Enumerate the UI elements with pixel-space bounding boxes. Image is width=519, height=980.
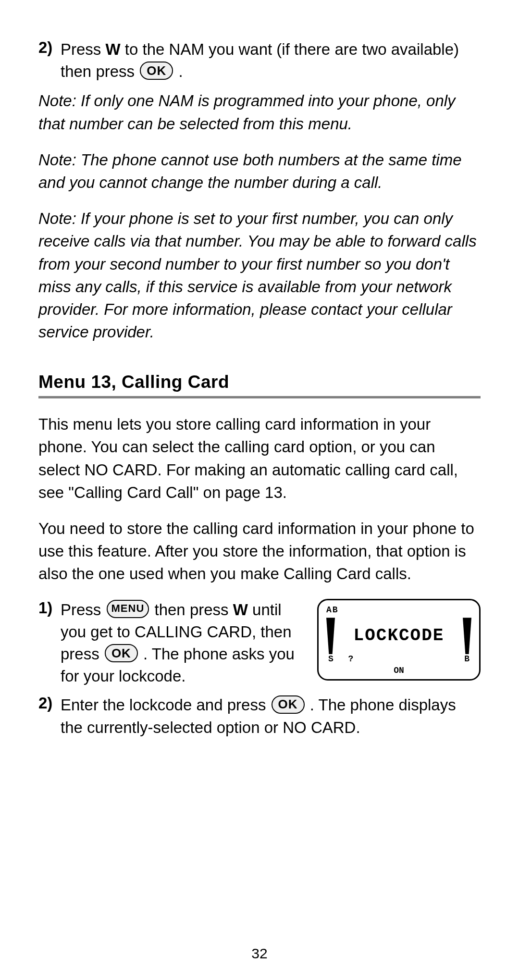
text: to the NAM you want (if there are two av… [61, 40, 459, 80]
key-w-ref: W [106, 40, 121, 58]
lcd-ab-label: AB [326, 604, 471, 616]
note-1: Note: If only one NAM is programmed into… [38, 89, 481, 135]
step-2-nam: 2) Press W to the NAM you want (if there… [38, 38, 481, 83]
menu-key-icon: MENU [107, 600, 149, 618]
step-body: Enter the lockcode and press OK . The ph… [61, 694, 481, 738]
step-2-calling-card: 2) Enter the lockcode and press OK . The… [38, 694, 481, 738]
phone-lcd-icon: AB LOCKCODE S ? B ON [317, 599, 481, 681]
ok-key-icon: OK [140, 62, 173, 80]
signal-bar-icon [326, 618, 335, 654]
text: . [356, 719, 360, 736]
text: Press [61, 601, 106, 619]
section-heading: Menu 13, Calling Card [38, 372, 481, 392]
lcd-main-text: LOCKCODE [354, 624, 445, 648]
no-card-text: NO CARD [84, 461, 157, 479]
paragraph-2: You need to store the calling card infor… [38, 517, 481, 585]
lcd-question-mark: ? [348, 653, 354, 665]
step-number: 2) [38, 694, 61, 712]
text: Enter the lockcode and press [61, 696, 271, 714]
ok-key-icon: OK [272, 695, 305, 714]
step-body: Press W to the NAM you want (if there ar… [61, 38, 481, 83]
page-number: 32 [0, 945, 519, 962]
no-card-text: NO CARD [283, 719, 356, 736]
text: then press [150, 601, 233, 619]
heading-rule [38, 396, 481, 398]
manual-page: 2) Press W to the NAM you want (if there… [0, 0, 519, 980]
ok-key-icon: OK [105, 644, 138, 662]
text: Press [61, 40, 106, 58]
step-number: 2) [38, 38, 61, 57]
lcd-b-label: B [464, 653, 470, 665]
calling-card-text: CALLING CARD [135, 623, 252, 641]
step-1-calling-card: 1) Press MENU then press W until you get… [38, 599, 481, 688]
lcd-on-label: ON [394, 665, 404, 677]
text: . [174, 62, 183, 80]
paragraph-1: This menu lets you store calling card in… [38, 413, 481, 504]
key-w-ref: W [233, 601, 248, 619]
battery-bar-icon [463, 618, 471, 654]
step-body: Press MENU then press W until you get to… [61, 599, 481, 688]
lcd-s-label: S [328, 653, 334, 665]
step-number: 1) [38, 599, 61, 617]
note-3: Note: If your phone is set to your first… [38, 207, 481, 343]
note-2: Note: The phone cannot use both numbers … [38, 149, 481, 194]
